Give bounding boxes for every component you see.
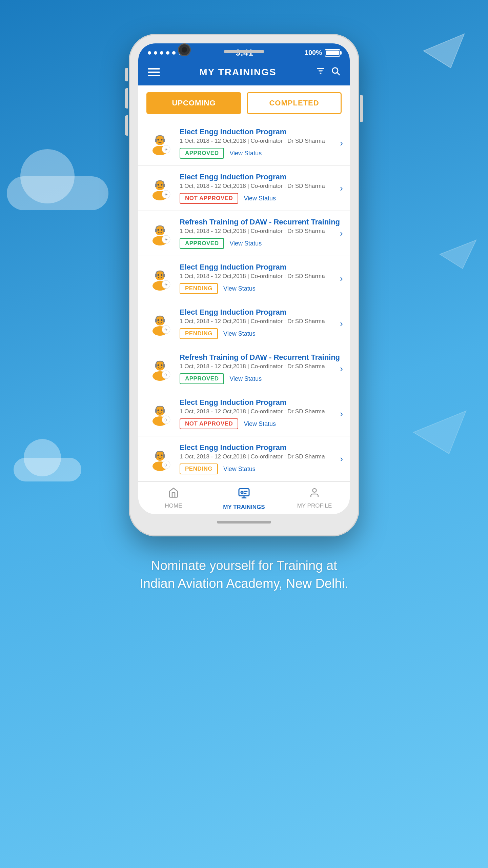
home-icon <box>168 487 179 500</box>
plane-decoration-top <box>420 31 468 71</box>
chevron-right-icon[interactable]: › <box>340 318 343 329</box>
training-actions: APPROVED View Status <box>180 148 342 159</box>
hamburger-line-1 <box>148 68 160 70</box>
cloud-decoration-2 <box>14 458 81 481</box>
chevron-right-icon[interactable]: › <box>340 228 343 239</box>
view-status-link[interactable]: View Status <box>244 420 276 428</box>
hamburger-line-3 <box>148 75 160 76</box>
training-meta: 1 Oct, 2018 - 12 Oct,2018 | Co-ordinator… <box>180 183 342 190</box>
phone-frame: ⊛ 9:41 100% MY TRAININGS <box>129 34 359 536</box>
training-info: Refresh Training of DAW - Recurrent Trai… <box>180 353 342 384</box>
home-indicator <box>217 521 271 524</box>
training-item[interactable]: ✈ Elect Engg Induction Program 1 Oct, 20… <box>138 166 350 211</box>
view-status-link[interactable]: View Status <box>244 195 276 202</box>
chevron-right-icon[interactable]: › <box>340 138 343 149</box>
training-title: Elect Engg Induction Program <box>180 443 342 452</box>
training-meta: 1 Oct, 2018 - 12 Oct,2018 | Co-ordinator… <box>180 273 342 280</box>
training-avatar: ✈ <box>146 130 174 157</box>
svg-point-21 <box>161 184 163 186</box>
nav-home[interactable]: HOME <box>138 487 209 511</box>
signal-dot-5 <box>172 51 176 55</box>
svg-point-37 <box>161 274 163 276</box>
svg-text:✈: ✈ <box>164 237 168 242</box>
trainings-icon <box>238 487 250 502</box>
training-meta: 1 Oct, 2018 - 12 Oct,2018 | Co-ordinator… <box>180 138 342 144</box>
svg-point-29 <box>161 229 163 231</box>
page-title: MY TRAININGS <box>199 67 276 78</box>
view-status-link[interactable]: View Status <box>223 285 256 292</box>
svg-rect-54 <box>155 364 157 368</box>
training-info: Elect Engg Induction Program 1 Oct, 2018… <box>180 263 342 294</box>
svg-point-80 <box>313 489 317 492</box>
svg-text:✈: ✈ <box>164 373 168 377</box>
view-status-link[interactable]: View Status <box>229 240 262 247</box>
training-avatar: ✈ <box>146 400 174 427</box>
training-actions: PENDING View Status <box>180 328 342 339</box>
view-status-link[interactable]: View Status <box>223 466 256 473</box>
chevron-right-icon[interactable]: › <box>340 363 343 374</box>
volume-up-button <box>125 88 128 108</box>
training-title: Refresh Training of DAW - Recurrent Trai… <box>180 218 342 226</box>
training-avatar: ✈ <box>146 265 174 292</box>
app-header: MY TRAININGS <box>138 61 350 85</box>
status-badge: NOT APPROVED <box>180 193 238 204</box>
svg-text:✈: ✈ <box>164 328 168 332</box>
nav-my-trainings[interactable]: MY TRAININGS <box>209 487 279 511</box>
status-badge: NOT APPROVED <box>180 418 238 429</box>
svg-rect-71 <box>163 454 165 458</box>
view-status-link[interactable]: View Status <box>229 375 262 382</box>
svg-rect-47 <box>163 319 165 322</box>
menu-button[interactable] <box>148 68 160 76</box>
chevron-right-icon[interactable]: › <box>340 409 343 419</box>
training-title: Elect Engg Induction Program <box>180 173 342 181</box>
training-item[interactable]: ✈ Refresh Training of DAW - Recurrent Tr… <box>138 211 350 256</box>
search-icon[interactable] <box>331 66 340 78</box>
training-title: Elect Engg Induction Program <box>180 308 342 317</box>
training-actions: NOT APPROVED View Status <box>180 418 342 429</box>
training-item[interactable]: ✈ Elect Engg Induction Program 1 Oct, 20… <box>138 301 350 346</box>
signal-dot-2 <box>154 51 157 55</box>
svg-rect-62 <box>155 409 157 413</box>
training-list: ✈ Elect Engg Induction Program 1 Oct, 20… <box>138 121 350 481</box>
svg-rect-30 <box>155 229 157 232</box>
chevron-right-icon[interactable]: › <box>340 183 343 194</box>
signal-dot-1 <box>148 51 151 55</box>
svg-rect-70 <box>155 454 157 458</box>
tab-upcoming[interactable]: UPCOMING <box>146 92 241 114</box>
svg-marker-0 <box>424 34 464 68</box>
svg-point-61 <box>161 410 163 411</box>
svg-text:✈: ✈ <box>164 418 168 422</box>
svg-rect-39 <box>163 274 165 277</box>
header-actions <box>316 66 340 78</box>
svg-text:✈: ✈ <box>164 147 168 152</box>
svg-text:✈: ✈ <box>164 282 168 287</box>
svg-rect-46 <box>155 319 157 322</box>
training-item[interactable]: ✈ Elect Engg Induction Program 1 Oct, 20… <box>138 256 350 301</box>
chevron-right-icon[interactable]: › <box>340 454 343 464</box>
status-badge: PENDING <box>180 463 218 474</box>
training-info: Elect Engg Induction Program 1 Oct, 2018… <box>180 127 342 159</box>
training-meta: 1 Oct, 2018 - 12 Oct,2018 | Co-ordinator… <box>180 228 342 235</box>
training-avatar: ✈ <box>146 220 174 247</box>
phone-screen: ⊛ 9:41 100% MY TRAININGS <box>138 43 350 514</box>
training-item[interactable]: ✈ Elect Engg Induction Program 1 Oct, 20… <box>138 391 350 436</box>
training-title: Refresh Training of DAW - Recurrent Trai… <box>180 353 342 362</box>
svg-point-12 <box>158 139 159 141</box>
training-item[interactable]: ✈ Elect Engg Induction Program 1 Oct, 20… <box>138 121 350 166</box>
nav-my-profile[interactable]: MY PROFILE <box>279 487 350 511</box>
training-item[interactable]: ✈ Elect Engg Induction Program 1 Oct, 20… <box>138 436 350 481</box>
svg-point-20 <box>158 184 159 186</box>
tab-completed[interactable]: COMPLETED <box>247 92 342 114</box>
training-item[interactable]: ✈ Refresh Training of DAW - Recurrent Tr… <box>138 346 350 391</box>
status-time: 9:41 <box>236 47 253 58</box>
chevron-right-icon[interactable]: › <box>340 273 343 284</box>
view-status-link[interactable]: View Status <box>223 330 256 337</box>
training-title: Elect Engg Induction Program <box>180 398 342 407</box>
svg-rect-38 <box>155 274 157 277</box>
view-status-link[interactable]: View Status <box>229 150 262 157</box>
training-info: Elect Engg Induction Program 1 Oct, 2018… <box>180 443 342 474</box>
filter-icon[interactable] <box>316 66 325 78</box>
svg-rect-31 <box>163 229 165 232</box>
training-info: Refresh Training of DAW - Recurrent Trai… <box>180 218 342 249</box>
training-info: Elect Engg Induction Program 1 Oct, 2018… <box>180 173 342 204</box>
